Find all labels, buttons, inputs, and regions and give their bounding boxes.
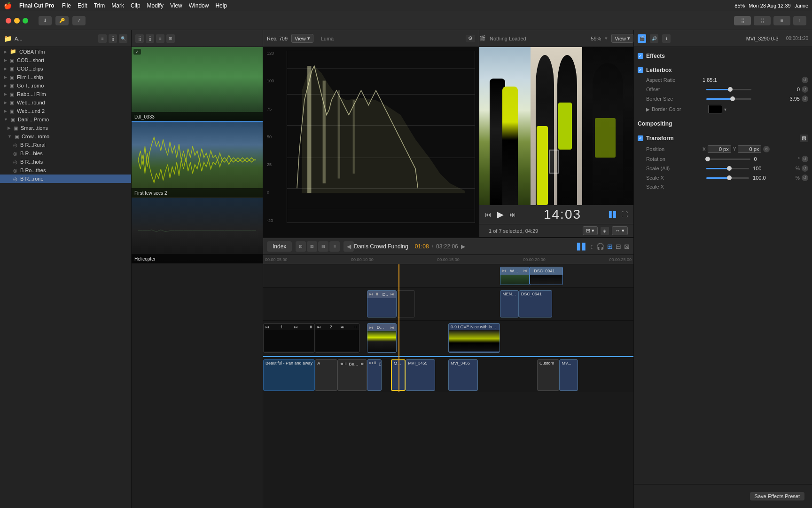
clip-a[interactable]: A [315,359,337,391]
media-view-3[interactable]: ≡ [156,34,164,43]
aspect-ratio-reset[interactable]: ↺ [802,77,808,83]
transform-btn[interactable]: ↔ ▾ [612,226,628,235]
library-item-br-bles[interactable]: ◎ B R...bles [0,149,131,158]
clip-mvi32-selected[interactable]: MVI_32... [391,359,406,391]
library-item-web1[interactable]: ▶ ▣ Web...round [0,98,131,107]
clip-womensprod[interactable]: ⏮ WOMENSPROD... ⏭ [500,267,530,285]
border-size-slider[interactable] [706,98,751,100]
timeline-view-4[interactable]: ≡ [329,241,340,252]
clip-dsc0641-right[interactable]: DSC_0641 [519,290,552,318]
library-grid-view[interactable]: ⣿ [109,34,117,43]
border-color-chevron[interactable]: ▶ [646,107,650,112]
track-primary-content[interactable]: Beautiful - Pan and away A ⏮ [263,357,633,392]
viewer-zoom-chevron[interactable]: ▾ [605,35,608,41]
library-item-cod-clips[interactable]: ▶ ▣ COD...clips [0,64,131,73]
library-item-film[interactable]: ▶ ▣ Film l...ship [0,73,131,81]
back-button[interactable]: ⬇ [39,16,52,25]
library-item-coba[interactable]: ▶ 📁 COBA Film [0,47,131,56]
clip-2-pause[interactable]: ⏸ [353,325,357,329]
key-button[interactable]: 🔑 [55,16,69,25]
library-item-web2[interactable]: ▶ ▣ Web...und 2 [0,107,131,115]
effects-header[interactable]: ✓ Effects [638,51,808,61]
clip-love[interactable]: 0-9 LOVE Nice with logo:brand [448,323,500,353]
clip-mv[interactable]: MV... [559,359,578,391]
audio-monitor-btn[interactable]: ▋▋ [577,243,587,250]
letterbox-checkbox[interactable]: ✓ [638,67,643,73]
media-clip-selected[interactable]: DJI_0333 ✓ [132,47,263,122]
position-y-value[interactable]: 0 px [738,145,761,153]
menu-file[interactable]: File [62,2,71,9]
clip-skip-start[interactable]: ⏮ [502,269,506,273]
transform-header[interactable]: ✓ Transform ⊠ [638,133,808,144]
timeline-expand-btn[interactable]: ⊠ [624,243,630,250]
media-clip-helicopter[interactable]: Helicopter [132,198,263,263]
library-item-cod-short[interactable]: ▶ ▣ COD...short [0,56,131,64]
clip-dark-1[interactable] [397,290,415,318]
timeline-view-1[interactable]: ⊡ [296,241,306,252]
fullscreen-btn[interactable]: ⛶ [621,211,628,218]
offset-reset[interactable]: ↺ [802,86,808,93]
library-item-dani[interactable]: ▼ ▣ Dani'...Promo [0,115,131,124]
clip-2-skipfwd[interactable]: ⏭ [341,325,344,329]
library-item-br-rural[interactable]: ◎ B R...Rural [0,141,131,149]
clip-2-skipback[interactable]: ⏮ [317,325,321,329]
media-view-2[interactable]: ⣿ [146,34,154,43]
clip-dsc0624[interactable]: ⏮ ⏸ DSC_0624 ⏭ [367,290,397,318]
compositing-header[interactable]: Compositing [638,119,808,129]
scope-settings-icon[interactable]: ⚙ [466,35,475,42]
headphones-btn[interactable]: 🎧 [596,243,604,250]
clip-1-skipfwd[interactable]: ⏭ [294,325,298,329]
clip-appearance-btn[interactable]: ⊞ ▾ [583,226,598,235]
dsc641-skipback[interactable]: ⏮ [369,325,373,330]
library-item-br-hots[interactable]: ◎ B R...hots [0,158,131,166]
menu-trim[interactable]: Trim [94,2,105,9]
layout-btn-1[interactable]: ⣿ [734,16,751,25]
rotation-reset[interactable]: ↺ [802,156,808,162]
menu-view[interactable]: View [170,2,182,9]
library-search[interactable]: 🔍 [119,34,127,43]
clip-ctrl-right[interactable]: ⏭ [390,292,394,296]
fullscreen-button[interactable] [23,18,28,24]
library-item-smartions[interactable]: ▶ ▣ Smar...tions [0,124,131,132]
scale-all-slider[interactable] [706,168,749,169]
track-main-video-content[interactable]: ⏮ 1 ⏭ ⏸ ⏮ 2 [263,321,633,356]
clip-mvi3455-1[interactable]: MVI_3455 [406,359,435,391]
rotation-slider[interactable] [706,159,750,160]
scale-x-slider[interactable] [706,177,749,179]
clip-beginning[interactable]: ⏮ ⏸ Beginning for BRoll an... ⏭ [337,359,367,391]
clip-1-pause[interactable]: ⏸ [309,325,312,329]
timeline-view-3[interactable]: ⊟ [318,241,328,252]
inspector-video-btn[interactable]: 🎬 [638,34,646,43]
dsc641-skipfwd[interactable]: ⏭ [390,325,394,330]
track-top-broll-content[interactable]: ⏮ WOMENSPROD... ⏭ DSC_0941 [263,264,633,287]
timeline-view-2[interactable]: ⊠ [307,241,317,252]
library-item-crowd[interactable]: ▼ ▣ Crow...romo [0,132,131,141]
library-list-view[interactable]: ≡ [98,34,107,43]
timeline-settings-btn[interactable]: ⊟ [616,243,621,250]
menu-mark[interactable]: Mark [111,2,124,9]
menu-modify[interactable]: Modify [147,2,164,9]
clip-mensp[interactable]: MENSP... [500,290,518,318]
menu-window[interactable]: Window [189,2,209,9]
minimize-button[interactable] [14,18,20,24]
library-item-br-thes[interactable]: ◎ B Ro...thes [0,166,131,175]
clip-mvi3455-2[interactable]: MVI_3455 [448,359,478,391]
media-view-4[interactable]: ⊞ [166,34,175,43]
menu-help[interactable]: Help [215,2,227,9]
letterbox-header[interactable]: ✓ Letterbox [638,65,808,75]
menu-edit[interactable]: Edit [78,2,87,9]
skip-fwd-btn[interactable]: ⏭ [509,211,516,218]
clip-ctrl-mid[interactable]: ⏸ [375,292,379,296]
play-btn[interactable]: ▶ [497,209,504,220]
close-button[interactable] [6,18,11,24]
audio-level-btn[interactable]: ↕ [590,243,593,250]
layout-btn-3[interactable]: ≡ [773,16,790,25]
clip-dsc0822[interactable]: ⏮ ⏸ DSC_0822 ⏭ [367,359,382,391]
clip-dsc0641[interactable]: ⏮ DSC_0641 ⏭ [367,323,397,353]
scope-view-btn[interactable]: View▾ [291,34,313,43]
library-item-go[interactable]: ▶ ▣ Go T...romo [0,81,131,90]
layout-btn-2[interactable]: ⣿ [754,16,771,25]
viewer-view-btn[interactable]: View▾ [611,34,633,43]
track-dsc0624-content[interactable]: ⏮ ⏸ DSC_0624 ⏭ MENSP [263,288,633,320]
timeline-tracks[interactable]: ⏮ WOMENSPROD... ⏭ DSC_0941 [263,264,633,392]
